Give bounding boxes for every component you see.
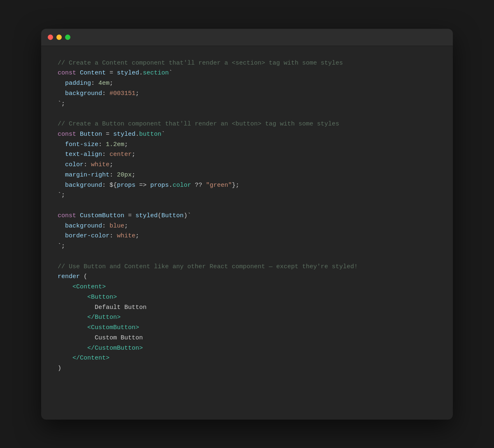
blank-line [58, 252, 436, 262]
code-line: </Content> [58, 353, 436, 364]
blank-line [58, 201, 436, 211]
minimize-button[interactable] [56, 35, 62, 40]
code-line: // Create a Content component that'll re… [58, 58, 436, 69]
blank-line [58, 109, 436, 119]
code-line: <Content> [58, 282, 436, 292]
code-line: background: #003151; [58, 89, 436, 99]
code-line: background: blue; [58, 221, 436, 232]
code-line: font-size: 1.2em; [58, 140, 436, 150]
code-line: render ( [58, 272, 436, 282]
code-line: `; [58, 190, 436, 201]
code-line: // Use Button and Content like any other… [58, 262, 436, 272]
code-line: </CustomButton> [58, 344, 436, 354]
code-line: <CustomButton> [58, 323, 436, 333]
code-line: const CustomButton = styled(Button)` [58, 211, 436, 221]
code-line: Custom Button [58, 333, 436, 344]
code-line: </Button> [58, 313, 436, 323]
code-line: Default Button [58, 303, 436, 313]
code-line: `; [58, 241, 436, 252]
code-line: text-align: center; [58, 150, 436, 160]
code-line: padding: 4em; [58, 79, 436, 89]
maximize-button[interactable] [65, 35, 70, 40]
titlebar [41, 29, 453, 46]
editor-window: // Create a Content component that'll re… [41, 29, 453, 420]
code-line: ) [58, 364, 436, 374]
code-line: color: white; [58, 160, 436, 170]
code-line: border-color: white; [58, 231, 436, 241]
code-line: <Button> [58, 292, 436, 303]
code-line: background: ${props => props.color ?? "g… [58, 181, 436, 191]
code-line: const Content = styled.section` [58, 68, 436, 79]
code-line: margin-right: 20px; [58, 170, 436, 181]
code-line: const Button = styled.button` [58, 130, 436, 140]
close-button[interactable] [48, 35, 53, 40]
code-editor: // Create a Content component that'll re… [41, 46, 453, 390]
code-line: // Create a Button component that'll ren… [58, 119, 436, 130]
code-line: `; [58, 99, 436, 109]
